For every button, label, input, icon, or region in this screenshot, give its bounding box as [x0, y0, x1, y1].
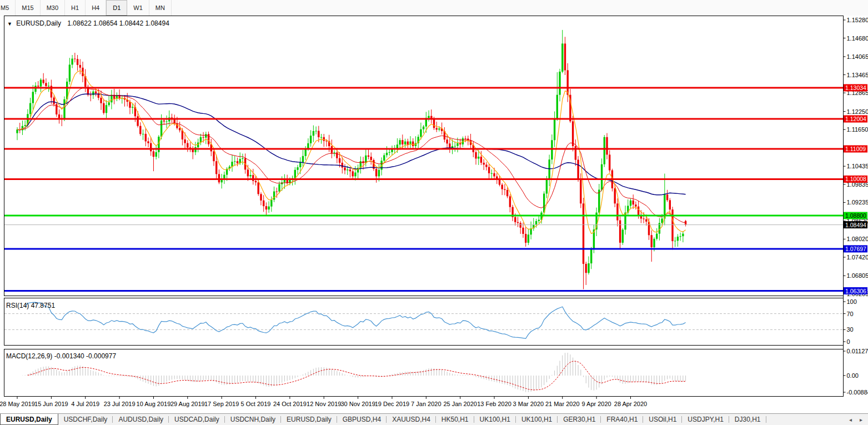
- date-tick-label: 28 Apr 2020: [614, 401, 647, 407]
- price-tick-label: 1.14680: [847, 35, 868, 42]
- chart-tab-usoil-h1[interactable]: USOil,H1: [643, 414, 682, 425]
- candle: [606, 137, 608, 155]
- timeframe-button-h4[interactable]: H4: [86, 0, 106, 16]
- date-tick-label: 3 Mar 2020: [513, 401, 544, 407]
- candle: [682, 234, 684, 237]
- chart-tab-eurusd-daily[interactable]: EURUSD,Daily: [281, 414, 337, 425]
- candle: [187, 143, 188, 148]
- candle: [320, 137, 322, 138]
- candle: [223, 175, 225, 178]
- candle: [336, 152, 338, 158]
- candle: [483, 163, 485, 165]
- candle: [16, 129, 18, 133]
- candle: [397, 144, 398, 148]
- candle: [549, 159, 550, 179]
- candle: [344, 168, 345, 171]
- timeframe-button-h1[interactable]: H1: [65, 0, 86, 16]
- candle: [349, 169, 351, 171]
- candle: [43, 80, 44, 83]
- rsi-indicator-label: RSI(14) 47.8751: [6, 302, 55, 309]
- candle: [436, 128, 438, 130]
- svg-text:1.12004: 1.12004: [845, 116, 866, 122]
- candle: [386, 153, 388, 155]
- candle: [616, 203, 618, 220]
- rsi-pane[interactable]: [4, 302, 843, 338]
- candle: [630, 201, 631, 206]
- candle: [237, 161, 238, 163]
- candle: [609, 154, 610, 170]
- candle: [438, 128, 440, 129]
- candle: [590, 249, 592, 263]
- candle: [137, 116, 138, 126]
- candle: [506, 190, 508, 197]
- candle: [252, 175, 254, 181]
- candle: [145, 134, 147, 142]
- candle: [446, 139, 448, 143]
- macd-axis-label: 0.00: [847, 372, 859, 379]
- chart-tab-audusd-daily[interactable]: AUDUSD,Daily: [113, 414, 169, 425]
- candle: [522, 228, 524, 234]
- candle: [614, 188, 616, 203]
- rsi-axis-label: 0: [847, 338, 850, 345]
- chart-tab-hk50-h1[interactable]: HK50,H1: [436, 414, 474, 425]
- candle: [535, 221, 537, 224]
- chart-area[interactable]: 1.152801.146801.140651.134651.128651.122…: [0, 16, 868, 413]
- candle: [509, 196, 511, 207]
- pane-border: [4, 298, 844, 346]
- chart-tab-dj30-h1[interactable]: DJ30,H1: [729, 414, 766, 425]
- candle: [585, 264, 587, 273]
- svg-text:1.11009: 1.11009: [845, 146, 866, 152]
- tab-scroll-right-icon[interactable]: ▸: [860, 417, 862, 423]
- candle: [449, 143, 450, 147]
- macd-signal-line: [28, 361, 686, 390]
- candle: [375, 169, 377, 176]
- chart-tab-usdcad-daily[interactable]: USDCAD,Daily: [169, 414, 225, 425]
- chart-tab-fra40-h1[interactable]: FRA40,H1: [601, 414, 643, 425]
- candle: [525, 234, 526, 243]
- candle: [160, 121, 162, 137]
- candle: [577, 160, 579, 179]
- candle: [478, 157, 479, 159]
- macd-axis-label: -0.008845: [847, 389, 868, 396]
- chart-tab-eurusd-daily[interactable]: EURUSD,Daily: [0, 414, 58, 425]
- chart-tab-ger30-h1[interactable]: GER30,H1: [558, 414, 601, 425]
- candle: [546, 179, 548, 194]
- candle: [669, 200, 671, 209]
- candle: [520, 223, 521, 228]
- candle: [155, 152, 157, 157]
- candle: [305, 149, 307, 156]
- candle: [370, 157, 372, 160]
- timeframe-button-mn[interactable]: MN: [149, 0, 172, 16]
- timeframe-button-m5[interactable]: M5: [0, 0, 16, 16]
- date-tick-label: 19 Dec 2019: [375, 401, 409, 407]
- main-price-pane[interactable]: [4, 30, 843, 291]
- candle: [108, 102, 110, 105]
- tab-scroll-left-icon[interactable]: ◂: [849, 417, 852, 423]
- chart-tab-uk100-h1[interactable]: UK100,H1: [516, 414, 558, 425]
- timeframe-button-m30[interactable]: M30: [41, 0, 65, 16]
- candle: [231, 162, 233, 167]
- timeframe-button-d1[interactable]: D1: [106, 0, 127, 16]
- chart-tab-usdcnh-daily[interactable]: USDCNH,Daily: [225, 414, 281, 425]
- candle: [40, 80, 42, 87]
- date-tick-label: 9 Apr 2020: [582, 401, 611, 407]
- macd-pane[interactable]: [22, 353, 685, 392]
- chart-tab-uk100-h1[interactable]: UK100,H1: [474, 414, 516, 425]
- timeframe-button-w1[interactable]: W1: [127, 0, 149, 16]
- date-tick-label: 10 Aug 2019: [137, 401, 171, 407]
- timeframe-button-m15[interactable]: M15: [16, 0, 40, 16]
- chart-canvas[interactable]: 1.152801.146801.140651.134651.128651.122…: [0, 16, 868, 413]
- chart-tab-usdchf-daily[interactable]: USDCHF,Daily: [58, 414, 113, 425]
- date-tick-label: 28 May 2019: [0, 401, 35, 407]
- chart-tab-usdjpy-h1[interactable]: USDJPY,H1: [682, 414, 729, 425]
- candle: [556, 95, 558, 119]
- chart-tab-xauusd-h4[interactable]: XAUUSD,H4: [387, 414, 436, 425]
- candle: [63, 99, 65, 119]
- candle: [48, 86, 49, 86]
- candle: [643, 218, 644, 219]
- candle: [567, 70, 569, 94]
- candle: [588, 263, 589, 273]
- candle: [163, 121, 165, 122]
- candle: [501, 185, 503, 189]
- chart-tab-gbpusd-h4[interactable]: GBPUSD,H4: [337, 414, 387, 425]
